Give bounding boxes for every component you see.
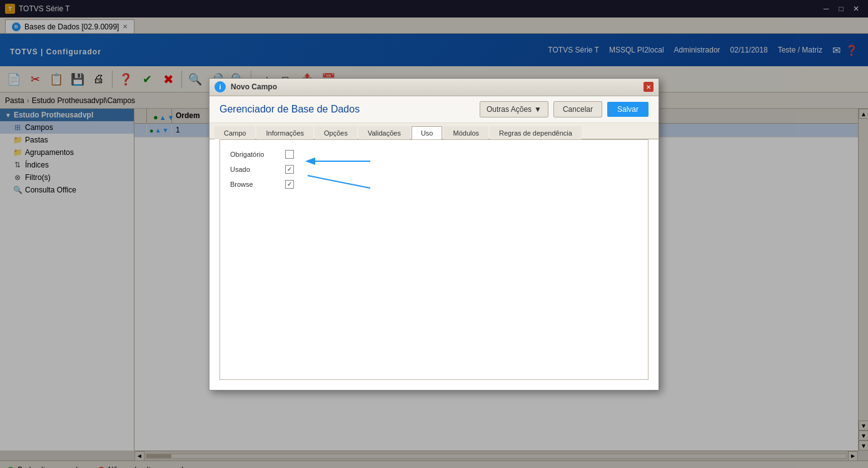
outras-acoes-button[interactable]: Outras Ações ▼	[480, 101, 548, 117]
modal-action-buttons: Outras Ações ▼ Cancelar Salvar	[480, 101, 648, 117]
modal-titlebar: i Novo Campo ✕	[209, 79, 659, 96]
cancelar-button[interactable]: Cancelar	[553, 101, 602, 117]
salvar-button[interactable]: Salvar	[607, 102, 648, 117]
form-row-browse: Browse	[230, 180, 638, 189]
tab-modulos[interactable]: Módulos	[443, 126, 488, 139]
modal-title: Novo Campo	[231, 82, 277, 91]
dropdown-arrow-icon: ▼	[534, 105, 542, 114]
tab-uso[interactable]: Uso	[411, 126, 443, 139]
modal-overlay: i Novo Campo ✕ Gerenciador de Base de Da…	[0, 0, 868, 468]
obrigatorio-checkbox[interactable]	[285, 150, 294, 159]
tab-validacoes[interactable]: Validações	[358, 126, 410, 139]
modal-tabs: Campo Informações Opções Validações Uso …	[209, 123, 659, 139]
tab-informacoes[interactable]: Informações	[256, 126, 313, 139]
modal-body-container: Obrigatório Usado Browse	[220, 139, 648, 380]
tab-campo[interactable]: Campo	[214, 126, 255, 139]
modal-dialog: i Novo Campo ✕ Gerenciador de Base de Da…	[209, 78, 659, 391]
arrow-annotation-svg	[283, 154, 383, 204]
obrigatorio-label: Obrigatório	[230, 151, 280, 158]
browse-label: Browse	[230, 181, 280, 188]
modal-close-button[interactable]: ✕	[643, 82, 654, 92]
tab-regras[interactable]: Regras de dependência	[490, 126, 582, 139]
usado-checkbox[interactable]	[285, 165, 294, 174]
browse-checkbox[interactable]	[285, 180, 294, 189]
form-row-obrigatorio: Obrigatório	[230, 150, 638, 159]
usado-label: Usado	[230, 166, 280, 173]
modal-subtitle: Gerenciador de Base de Dados	[220, 104, 360, 115]
form-row-usado: Usado	[230, 165, 638, 174]
modal-title-icon: i	[214, 81, 226, 92]
modal-body: Obrigatório Usado Browse	[220, 140, 648, 205]
modal-header-row: Gerenciador de Base de Dados Outras Açõe…	[209, 96, 659, 123]
tab-opcoes[interactable]: Opções	[315, 126, 357, 139]
